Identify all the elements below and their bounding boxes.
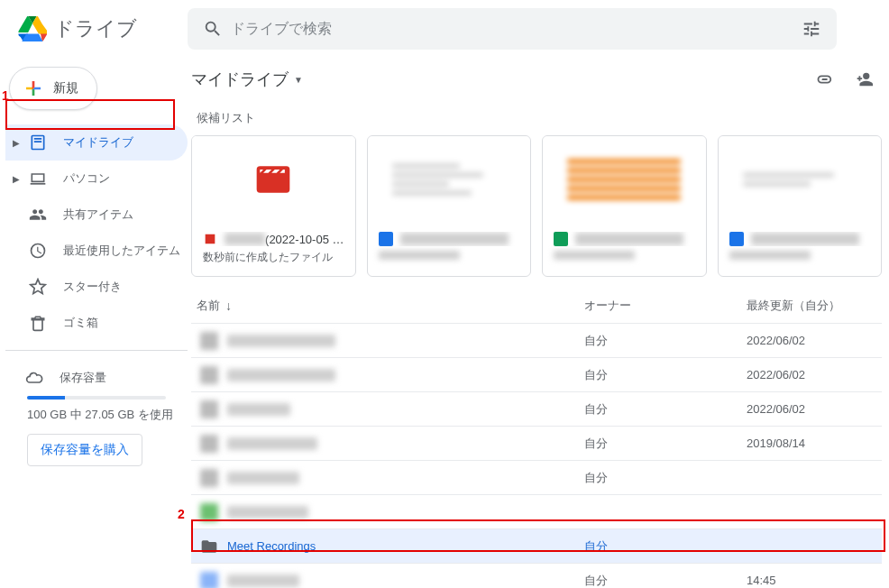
plus-icon	[23, 78, 44, 99]
search-options-icon[interactable]	[793, 11, 829, 47]
col-header-owner[interactable]: オーナー	[584, 298, 747, 314]
buy-storage-button[interactable]: 保存容量を購入	[27, 434, 142, 466]
location-bar: マイドライブ ▼	[191, 58, 882, 101]
header: ドライブ	[0, 0, 889, 58]
storage-bar-fill	[27, 396, 65, 400]
file-row-meet-recordings[interactable]: Meet Recordings 自分	[191, 529, 882, 564]
search-bar[interactable]	[188, 8, 837, 50]
star-icon	[27, 276, 49, 298]
file-row[interactable]: 自分 2019/08/14	[191, 427, 882, 461]
search-input[interactable]	[231, 21, 793, 37]
new-button-label: 新規	[53, 80, 78, 96]
card-subtitle: 数秒前に作成したファイル	[203, 250, 344, 265]
mydrive-icon	[27, 132, 49, 153]
add-person-button[interactable]	[846, 61, 882, 97]
computer-icon	[27, 168, 49, 189]
card-thumb	[192, 136, 355, 223]
storage-bar	[27, 396, 166, 400]
sidebar-item-trash[interactable]: ▶ ゴミ箱	[5, 305, 188, 341]
file-name: Meet Recordings	[227, 539, 316, 553]
folder-icon	[200, 366, 218, 384]
suggested-card[interactable]: (2022-10-05 … 数秒前に作成したファイル	[191, 135, 356, 277]
folder-icon	[200, 537, 218, 556]
file-list-header: 名前 ↓ オーナー 最終更新（自分）	[191, 288, 882, 324]
storage-usage-text: 100 GB 中 27.05 GB を使用	[13, 407, 173, 423]
sidebar-item-label: 最近使用したアイテム	[63, 243, 180, 259]
people-icon	[27, 204, 49, 225]
drive-logo-icon	[14, 11, 50, 47]
file-row[interactable]: 自分 2022/06/02	[191, 392, 882, 427]
sidebar-item-label: マイドライブ	[63, 134, 133, 151]
col-header-modified[interactable]: 最終更新（自分）	[747, 298, 882, 314]
suggested-card[interactable]	[542, 135, 707, 277]
logo-area[interactable]: ドライブ	[11, 11, 188, 47]
folder-icon	[200, 503, 218, 521]
video-file-icon	[203, 232, 217, 246]
chevron-right-icon: ▶	[9, 174, 23, 184]
sidebar-item-mydrive[interactable]: ▶ マイドライブ	[5, 124, 188, 161]
clock-icon	[27, 240, 49, 262]
sidebar-item-shared[interactable]: ▶ 共有アイテム	[5, 197, 188, 233]
file-row[interactable]: 自分 2022/06/02	[191, 358, 882, 392]
folder-icon	[200, 435, 218, 453]
location-label: マイドライブ	[191, 69, 289, 90]
sidebar-item-label: 共有アイテム	[63, 207, 133, 223]
trash-icon	[27, 312, 49, 334]
file-row[interactable]: 自分 14:45	[191, 564, 882, 588]
suggested-cards: (2022-10-05 … 数秒前に作成したファイル	[191, 135, 882, 277]
search-icon[interactable]	[195, 11, 231, 47]
sidebar: 新規 ▶ マイドライブ ▶ パソコン ▶ 共有アイテム ▶	[0, 58, 188, 588]
file-row[interactable]: 自分	[191, 461, 882, 495]
folder-icon	[200, 469, 218, 487]
file-row[interactable]: 自分 2022/06/02	[191, 324, 882, 358]
chevron-right-icon: ▶	[9, 138, 23, 148]
sidebar-item-label: ゴミ箱	[63, 315, 98, 331]
chevron-down-icon: ▼	[294, 75, 303, 85]
file-row[interactable]	[191, 495, 882, 529]
card-title: (2022-10-05 …	[203, 232, 344, 246]
sidebar-item-computers[interactable]: ▶ パソコン	[5, 161, 188, 197]
cloud-icon	[23, 367, 45, 389]
sort-arrow-down-icon: ↓	[225, 299, 232, 313]
suggested-card[interactable]	[367, 135, 532, 277]
location-dropdown[interactable]: マイドライブ ▼	[191, 69, 303, 90]
get-link-button[interactable]	[806, 61, 842, 97]
sidebar-item-label: スター付き	[63, 279, 122, 295]
folder-icon	[200, 400, 218, 418]
sidebar-item-label: パソコン	[63, 170, 110, 187]
folder-icon	[200, 572, 218, 589]
sidebar-item-storage[interactable]: 保存容量	[13, 362, 173, 394]
storage-section: 保存容量 100 GB 中 27.05 GB を使用 保存容量を購入	[5, 350, 188, 466]
folder-icon	[200, 332, 218, 350]
col-header-name[interactable]: 名前 ↓	[191, 298, 584, 314]
sidebar-item-recent[interactable]: ▶ 最近使用したアイテム	[5, 233, 188, 269]
storage-label: 保存容量	[60, 370, 106, 386]
suggested-title: 候補リスト	[197, 110, 882, 126]
sidebar-item-starred[interactable]: ▶ スター付き	[5, 269, 188, 305]
main-area: マイドライブ ▼ 候補リスト	[188, 58, 889, 588]
suggested-card[interactable]	[718, 135, 883, 277]
app-title: ドライブ	[54, 15, 137, 42]
new-button[interactable]: 新規	[9, 67, 97, 110]
